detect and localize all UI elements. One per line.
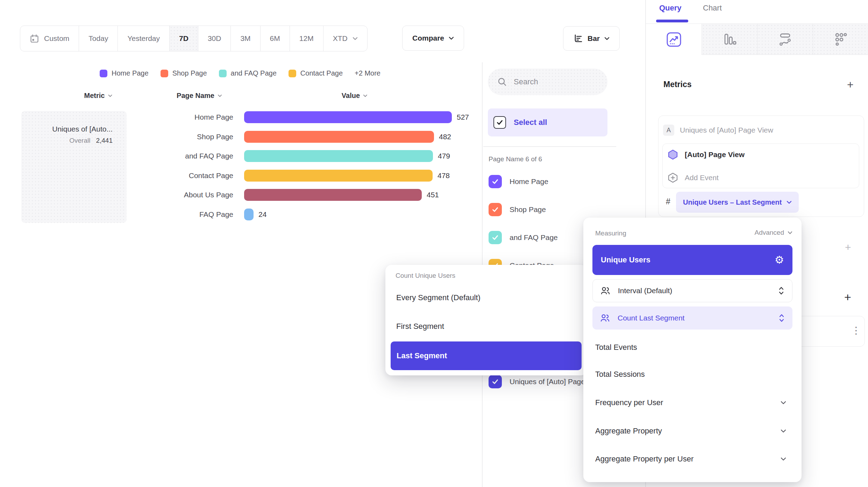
date-range-group: Custom Today Yesterday 7D 30D 3M 6M 12M … xyxy=(20,26,368,51)
column-header-metric[interactable]: Metric xyxy=(84,92,113,100)
line-chart-icon xyxy=(666,31,682,48)
checkbox-checked[interactable] xyxy=(489,203,502,216)
legend-item[interactable]: Shop Page xyxy=(161,69,207,77)
metric-overall: Overall2,441 xyxy=(28,137,113,144)
menu-item-frequency-per-user[interactable]: Frequency per User xyxy=(595,398,786,407)
search-input[interactable] xyxy=(513,77,595,87)
date-range-label: Custom xyxy=(44,34,69,43)
calendar-icon xyxy=(30,34,39,43)
interval-selector[interactable]: Interval (Default) xyxy=(592,279,792,302)
bar-contact-page[interactable] xyxy=(244,170,433,182)
chevron-down-icon xyxy=(353,37,358,40)
viz-tab-flows[interactable] xyxy=(757,24,813,55)
checkbox-checked[interactable] xyxy=(489,375,502,388)
checkbox-checked[interactable] xyxy=(489,175,502,188)
chart-type-button[interactable]: Bar xyxy=(563,26,620,51)
menu-item-last-segment-selected[interactable]: Last Segment xyxy=(391,341,582,370)
menu-item-unique-users-selected[interactable]: Unique Users ⚙ xyxy=(592,245,792,275)
legend-more[interactable]: +2 More xyxy=(355,69,380,77)
add-filter-button[interactable]: + xyxy=(845,242,851,253)
tab-chart[interactable]: Chart xyxy=(703,3,722,13)
date-range-12m[interactable]: 12M xyxy=(290,26,323,51)
sort-chevron-icon xyxy=(218,94,222,97)
menu-item-aggregate-property[interactable]: Aggregate Property xyxy=(595,426,786,436)
tab-query[interactable]: Query xyxy=(659,3,682,13)
dots-grid-icon xyxy=(833,31,848,47)
filter-item-home-page[interactable]: Home Page xyxy=(489,175,548,188)
menu-item-every-segment[interactable]: Every Segment (Default) xyxy=(396,293,481,302)
checkbox-checked[interactable] xyxy=(489,231,502,244)
legend-item[interactable]: and FAQ Page xyxy=(219,69,277,77)
chevron-down-icon xyxy=(604,37,610,40)
date-range-today[interactable]: Today xyxy=(79,26,118,51)
date-range-6m[interactable]: 6M xyxy=(260,26,290,51)
legend-item[interactable]: Contact Page xyxy=(289,69,343,77)
stepper-icon[interactable] xyxy=(778,313,785,323)
search-icon xyxy=(497,77,507,87)
row-value: 478 xyxy=(437,171,450,180)
filter-item-shop-page[interactable]: Shop Page xyxy=(489,203,546,216)
bar-shop-page[interactable] xyxy=(244,131,434,143)
measure-pill[interactable]: Unique Users – Last Segment xyxy=(676,192,799,213)
bar-columns-icon xyxy=(722,31,737,47)
event-label[interactable]: [Auto] Page View xyxy=(685,150,745,159)
date-range-7d[interactable]: 7D xyxy=(169,26,198,51)
segment-dropdown-title: Count Unique Users xyxy=(396,272,455,280)
chart-row: About Us Page 451 xyxy=(133,189,439,201)
compare-button[interactable]: Compare xyxy=(402,26,464,51)
row-label: About Us Page xyxy=(133,191,233,199)
stepper-icon[interactable] xyxy=(778,286,784,296)
add-breakdown-button[interactable]: + xyxy=(844,291,851,303)
menu-item-total-events[interactable]: Total Events xyxy=(595,343,637,352)
menu-item-first-segment[interactable]: First Segment xyxy=(396,322,444,331)
legend-item[interactable]: Home Page xyxy=(100,69,149,77)
date-range-3m[interactable]: 3M xyxy=(230,26,260,51)
metric-summary-card[interactable]: Uniques of [Auto... Overall2,441 xyxy=(21,111,127,223)
date-range-30d[interactable]: 30D xyxy=(198,26,231,51)
row-value: 24 xyxy=(258,210,266,219)
count-segment-selector[interactable]: Count Last Segment xyxy=(592,306,792,330)
row-label: FAQ Page xyxy=(133,210,233,219)
add-event-label[interactable]: Add Event xyxy=(685,174,719,182)
menu-item-total-sessions[interactable]: Total Sessions xyxy=(595,370,645,379)
viz-tab-insights-active[interactable] xyxy=(646,24,702,55)
row-label: and FAQ Page xyxy=(133,152,233,160)
row-label: Home Page xyxy=(133,113,233,121)
row-value: 479 xyxy=(438,152,450,160)
row-label: Shop Page xyxy=(133,133,233,141)
gear-icon[interactable]: ⚙ xyxy=(775,255,784,265)
sort-chevron-icon xyxy=(108,94,112,97)
viz-tab-bars[interactable] xyxy=(702,24,757,55)
date-range-custom[interactable]: Custom xyxy=(20,26,79,51)
bar-about-us-page[interactable] xyxy=(244,189,422,201)
menu-item-aggregate-property-per-user[interactable]: Aggregate Property per User xyxy=(595,454,786,464)
advanced-toggle[interactable]: Advanced xyxy=(754,229,792,237)
row-value: 482 xyxy=(439,133,451,141)
search-box[interactable] xyxy=(488,69,607,95)
column-header-value[interactable]: Value xyxy=(342,92,368,100)
chart-legend: Home Page Shop Page and FAQ Page Contact… xyxy=(100,69,380,77)
select-all-label: Select all xyxy=(514,118,547,127)
overflow-menu-icon[interactable]: ⋮ xyxy=(851,325,861,336)
row-value: 451 xyxy=(427,191,439,199)
metric-block-title: Uniques of [Auto] Page View xyxy=(680,126,773,134)
chart-row: FAQ Page 24 xyxy=(133,209,266,220)
date-range-yesterday[interactable]: Yesterday xyxy=(118,26,169,51)
select-all-row[interactable]: Select all xyxy=(488,108,607,136)
filter-item-and-faq-page[interactable]: and FAQ Page xyxy=(489,231,558,244)
column-header-page-name[interactable]: Page Name xyxy=(177,92,222,100)
viz-tab-retention[interactable] xyxy=(813,24,868,55)
bar-and-faq-page[interactable] xyxy=(244,150,433,162)
date-range-xtd[interactable]: XTD xyxy=(323,26,367,51)
event-hexagon-icon xyxy=(667,149,678,160)
bar-home-page[interactable] xyxy=(244,111,452,123)
legend-swatch xyxy=(100,70,107,77)
legend-swatch xyxy=(219,70,227,77)
chevron-down-icon xyxy=(781,429,786,433)
analytics-app: Custom Today Yesterday 7D 30D 3M 6M 12M … xyxy=(0,0,868,487)
add-metric-button[interactable]: + xyxy=(847,79,854,90)
bar-faq-page[interactable] xyxy=(244,209,254,220)
segment-dropdown: Count Unique Users Every Segment (Defaul… xyxy=(385,265,587,375)
divider xyxy=(483,146,616,147)
select-all-checkbox[interactable] xyxy=(493,116,506,129)
